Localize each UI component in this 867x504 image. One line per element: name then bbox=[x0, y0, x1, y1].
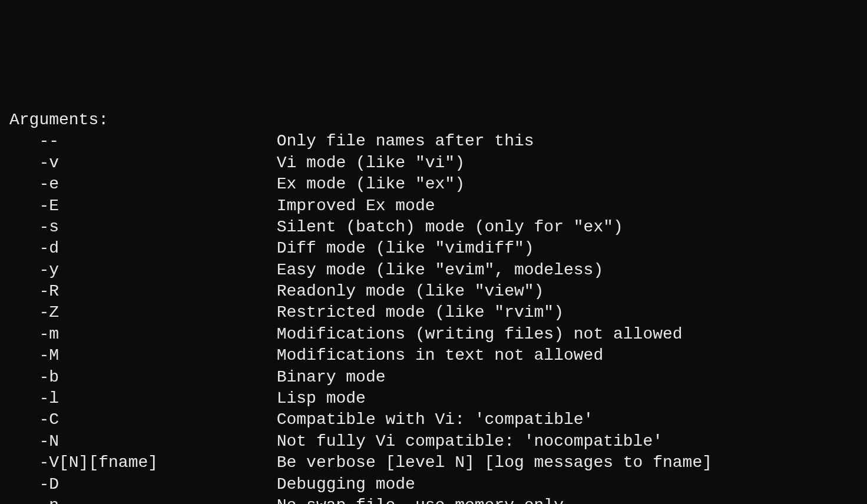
arguments-list: -- Only file names after this -v Vi mode… bbox=[9, 131, 858, 504]
argument-flag: -m bbox=[9, 325, 59, 343]
argument-row: -e Ex mode (like "ex") bbox=[9, 174, 858, 195]
argument-spacing bbox=[59, 496, 277, 504]
argument-description: Modifications in text not allowed bbox=[277, 346, 604, 364]
argument-row: -s Silent (batch) mode (only for "ex") bbox=[9, 217, 858, 238]
argument-row: -b Binary mode bbox=[9, 367, 858, 388]
argument-description: Restricted mode (like "rvim") bbox=[277, 303, 564, 321]
argument-row: -D Debugging mode bbox=[9, 474, 858, 495]
argument-spacing bbox=[59, 325, 277, 343]
argument-description: Not fully Vi compatible: 'nocompatible' bbox=[277, 432, 663, 450]
argument-row: -l Lisp mode bbox=[9, 388, 858, 409]
argument-description: Only file names after this bbox=[277, 132, 534, 150]
argument-description: Ex mode (like "ex") bbox=[277, 175, 465, 193]
argument-row: -n No swap file, use memory only bbox=[9, 495, 858, 504]
argument-row: -C Compatible with Vi: 'compatible' bbox=[9, 409, 858, 430]
argument-spacing bbox=[59, 282, 277, 300]
argument-description: Vi mode (like "vi") bbox=[277, 154, 465, 172]
argument-flag: -E bbox=[9, 197, 59, 215]
argument-flag: -Z bbox=[9, 303, 59, 321]
argument-row: -y Easy mode (like "evim", modeless) bbox=[9, 260, 858, 281]
argument-flag: -d bbox=[9, 239, 59, 257]
argument-description: Diff mode (like "vimdiff") bbox=[277, 239, 534, 257]
argument-flag: -R bbox=[9, 282, 59, 300]
argument-row: -N Not fully Vi compatible: 'nocompatibl… bbox=[9, 431, 858, 452]
argument-description: No swap file, use memory only bbox=[277, 496, 564, 504]
argument-spacing bbox=[59, 368, 277, 386]
argument-flag: -e bbox=[9, 175, 59, 193]
terminal-output: Arguments: -- Only file names after this… bbox=[9, 88, 858, 504]
argument-spacing bbox=[59, 346, 277, 364]
argument-row: -M Modifications in text not allowed bbox=[9, 345, 858, 366]
argument-flag: -V[N][fname] bbox=[9, 453, 158, 472]
arguments-header: Arguments: bbox=[9, 111, 108, 129]
argument-description: Easy mode (like "evim", modeless) bbox=[277, 261, 604, 279]
argument-flag: -b bbox=[9, 368, 59, 386]
argument-row: -V[N][fname] Be verbose [level N] [log m… bbox=[9, 452, 858, 473]
argument-flag: -C bbox=[9, 410, 59, 429]
argument-row: -Z Restricted mode (like "rvim") bbox=[9, 302, 858, 323]
argument-spacing bbox=[59, 197, 277, 215]
argument-flag: -l bbox=[9, 389, 59, 407]
argument-spacing bbox=[59, 132, 277, 150]
argument-flag: -N bbox=[9, 432, 59, 450]
argument-description: Compatible with Vi: 'compatible' bbox=[277, 410, 594, 429]
argument-description: Modifications (writing files) not allowe… bbox=[277, 325, 683, 343]
argument-flag: -y bbox=[9, 261, 59, 279]
argument-spacing bbox=[59, 389, 277, 407]
argument-spacing bbox=[59, 218, 277, 236]
argument-flag: -v bbox=[9, 154, 59, 172]
argument-spacing bbox=[59, 261, 277, 279]
argument-flag: -n bbox=[9, 496, 59, 504]
argument-spacing bbox=[59, 154, 277, 172]
argument-row: -d Diff mode (like "vimdiff") bbox=[9, 238, 858, 259]
argument-row: -v Vi mode (like "vi") bbox=[9, 152, 858, 174]
argument-description: Lisp mode bbox=[277, 389, 366, 407]
argument-spacing bbox=[158, 453, 277, 472]
argument-description: Improved Ex mode bbox=[277, 197, 435, 215]
argument-flag: -s bbox=[9, 218, 59, 236]
argument-spacing bbox=[59, 475, 277, 493]
argument-description: Debugging mode bbox=[277, 475, 415, 493]
argument-row: -m Modifications (writing files) not all… bbox=[9, 324, 858, 345]
argument-row: -E Improved Ex mode bbox=[9, 195, 858, 217]
argument-description: Silent (batch) mode (only for "ex") bbox=[277, 218, 623, 236]
argument-flag: -D bbox=[9, 475, 59, 493]
argument-spacing bbox=[59, 175, 277, 193]
argument-flag: -M bbox=[9, 346, 59, 364]
argument-flag: -- bbox=[9, 132, 59, 150]
argument-spacing bbox=[59, 239, 277, 257]
argument-description: Binary mode bbox=[277, 368, 386, 386]
argument-spacing bbox=[59, 432, 277, 450]
argument-spacing bbox=[59, 303, 277, 321]
argument-row: -R Readonly mode (like "view") bbox=[9, 281, 858, 302]
argument-spacing bbox=[59, 410, 277, 429]
argument-description: Readonly mode (like "view") bbox=[277, 282, 544, 300]
argument-description: Be verbose [level N] [log messages to fn… bbox=[277, 453, 712, 472]
argument-row: -- Only file names after this bbox=[9, 131, 858, 152]
